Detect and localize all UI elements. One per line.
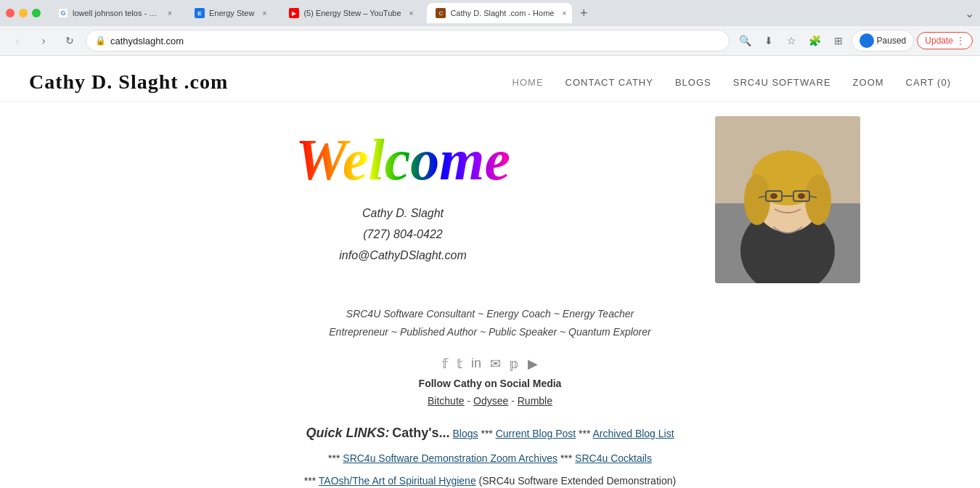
twitter-icon[interactable]: 𝕥 <box>457 356 462 372</box>
nav-blogs[interactable]: BLOGS <box>675 77 711 88</box>
tab-close-button[interactable]: × <box>258 7 270 19</box>
tab-close-button[interactable]: × <box>406 7 417 19</box>
quick-links-row3: *** TAOsh/The Art of Spiritual Hygiene (… <box>120 472 860 488</box>
social-icons-row: 𝕗 𝕥 in ✉ 𝕡 ▶ <box>120 356 860 372</box>
nav-contact-cathy[interactable]: CONTACT CATHY <box>565 77 653 88</box>
site-nav: HOME CONTACT CATHY BLOGS SRC4U SOFTWARE … <box>513 77 951 88</box>
tab-lowell-johnson[interactable]: G lowell johnson telos - Google S... × <box>49 3 184 23</box>
video-links-row: Bitchute - Odysee - Rumble <box>120 395 860 407</box>
download-icon[interactable]: ⬇ <box>759 30 779 51</box>
update-button[interactable]: Update ⋮ <box>917 32 973 49</box>
quick-links-row2: *** SRC4u Software Demonstration Zoom Ar… <box>120 450 860 468</box>
paused-label: Paused <box>877 36 907 46</box>
site-header: Cathy D. Slaght .com HOME CONTACT CATHY … <box>0 56 980 102</box>
new-tab-button[interactable]: + <box>573 3 594 23</box>
tab-youtube-energy-stew[interactable]: ▶ (5) Energy Stew – YouTube × <box>280 3 425 23</box>
tab-favicon-energy-stew: E <box>195 8 205 18</box>
tab-title: (5) Energy Stew – YouTube <box>303 9 401 17</box>
person-photo-svg <box>715 116 860 283</box>
tab-title: Energy Stew <box>209 9 254 17</box>
browser-chrome: G lowell johnson telos - Google S... × E… <box>0 0 980 56</box>
extensions-icon[interactable]: 🧩 <box>805 30 825 51</box>
tab-favicon-youtube: ▶ <box>289 8 299 18</box>
linkedin-icon[interactable]: in <box>471 356 481 372</box>
src4u-demo-link[interactable]: SRC4u Software Demonstration Zoom Archiv… <box>343 452 558 464</box>
facebook-icon[interactable]: 𝕗 <box>442 356 448 372</box>
lock-icon: 🔒 <box>95 36 106 46</box>
tab-title: Cathy D. Slaght .com - Home <box>450 9 554 17</box>
hero-phone: (727) 804-0422 <box>339 224 466 245</box>
traffic-lights <box>6 9 41 17</box>
nav-src4u-software[interactable]: SRC4U SOFTWARE <box>733 77 831 88</box>
user-avatar: 👤 <box>859 33 874 48</box>
paused-button[interactable]: 👤 Paused <box>852 30 915 52</box>
tagline-line2: Entrepreneur ~ Published Author ~ Public… <box>120 323 860 341</box>
nav-zoom[interactable]: ZOOM <box>853 77 884 88</box>
sep3: *** <box>560 452 575 464</box>
minimize-window-button[interactable] <box>19 9 28 17</box>
maximize-window-button[interactable] <box>32 9 41 17</box>
hero-name: Cathy D. Slaght <box>339 203 466 224</box>
row3-pre: *** <box>304 475 319 487</box>
follow-social-label: Follow Cathy on Social Media <box>120 378 860 389</box>
sep1: *** <box>481 428 495 439</box>
tab-title: lowell johnson telos - Google S... <box>73 9 160 17</box>
back-button[interactable]: ‹ <box>7 30 28 51</box>
toolbar-right: 🔍 ⬇ ☆ 🧩 ⊞ 👤 Paused Update ⋮ <box>735 30 973 52</box>
tab-bar: G lowell johnson telos - Google S... × E… <box>0 0 980 26</box>
rumble-link[interactable]: Rumble <box>518 395 552 407</box>
pinterest-icon[interactable]: 𝕡 <box>510 356 519 372</box>
odysee-link[interactable]: Odysee <box>473 395 508 407</box>
bitchute-link[interactable]: Bitchute <box>428 395 465 407</box>
hero-photo <box>715 116 860 283</box>
email-icon[interactable]: ✉ <box>490 356 501 372</box>
tab-energy-stew[interactable]: E Energy Stew × <box>186 3 279 23</box>
svg-point-13 <box>770 193 777 199</box>
current-blog-post-link[interactable]: Current Blog Post <box>496 428 576 439</box>
forward-button[interactable]: › <box>33 30 54 51</box>
hero-left: Welcome Cathy D. Slaght (727) 804-0422 i… <box>120 116 686 266</box>
separator2: - <box>511 395 518 407</box>
hero-email-link[interactable]: info@CathyDSlaght.com <box>339 249 466 261</box>
tagline-line1: SRC4U Software Consultant ~ Energy Coach… <box>120 305 860 323</box>
contact-info: Cathy D. Slaght (727) 804-0422 info@Cath… <box>339 203 466 266</box>
close-window-button[interactable] <box>6 9 15 17</box>
split-screen-icon[interactable]: ⊞ <box>828 30 849 51</box>
taosh-desc: (SRC4u Software Extended Demonstration) <box>479 475 677 487</box>
search-icon[interactable]: 🔍 <box>735 30 756 51</box>
row2-pre: *** <box>328 452 343 464</box>
hero-photo-placeholder <box>715 116 860 283</box>
address-bar-row: ‹ › ↻ 🔒 cathydslaght.com 🔍 ⬇ ☆ 🧩 ⊞ 👤 Pau… <box>0 26 980 55</box>
archived-blog-list-link[interactable]: Archived Blog List <box>593 428 674 439</box>
main-content: Welcome Cathy D. Slaght (727) 804-0422 i… <box>91 102 889 488</box>
site-logo: Cathy D. Slaght .com <box>29 70 228 94</box>
nav-home[interactable]: HOME <box>513 77 544 88</box>
update-menu-icon: ⋮ <box>956 36 965 46</box>
quick-links-title: Quick LINKS: <box>306 426 389 440</box>
quick-links-row1: Quick LINKS: Cathy's... Blogs *** Curren… <box>120 421 860 444</box>
tagline-section: SRC4U Software Consultant ~ Energy Coach… <box>120 305 860 341</box>
svg-point-14 <box>798 193 805 199</box>
blogs-link[interactable]: Blogs <box>453 428 478 439</box>
nav-cart[interactable]: CART (0) <box>906 77 951 88</box>
bookmark-icon[interactable]: ☆ <box>782 30 802 51</box>
refresh-button[interactable]: ↻ <box>60 30 80 51</box>
quick-links-section: Quick LINKS: Cathy's... Blogs *** Curren… <box>120 421 860 488</box>
youtube-icon[interactable]: ▶ <box>528 356 538 372</box>
welcome-text: Welcome <box>295 131 510 189</box>
social-section: 𝕗 𝕥 in ✉ 𝕡 ▶ Follow Cathy on Social Medi… <box>120 356 860 407</box>
tab-close-button[interactable]: × <box>164 7 176 19</box>
src4u-cocktails-link[interactable]: SRC4u Cocktails <box>575 452 652 464</box>
tab-cathy-slaght[interactable]: C Cathy D. Slaght .com - Home × <box>427 3 572 23</box>
taosh-link[interactable]: TAOsh/The Art of Spiritual Hygiene <box>319 475 476 487</box>
address-box[interactable]: 🔒 cathydslaght.com <box>86 30 730 52</box>
tab-strip-end[interactable]: ⌄ <box>965 7 974 20</box>
tab-favicon-google: G <box>58 8 68 18</box>
tab-favicon-cathy: C <box>436 8 446 18</box>
hero-email: info@CathyDSlaght.com <box>339 245 466 267</box>
hero-section: Welcome Cathy D. Slaght (727) 804-0422 i… <box>120 116 860 283</box>
sep2: *** <box>579 428 592 439</box>
update-label: Update <box>925 36 953 46</box>
tab-close-button[interactable]: × <box>558 7 570 19</box>
cathys-label: Cathy's... <box>392 426 449 440</box>
